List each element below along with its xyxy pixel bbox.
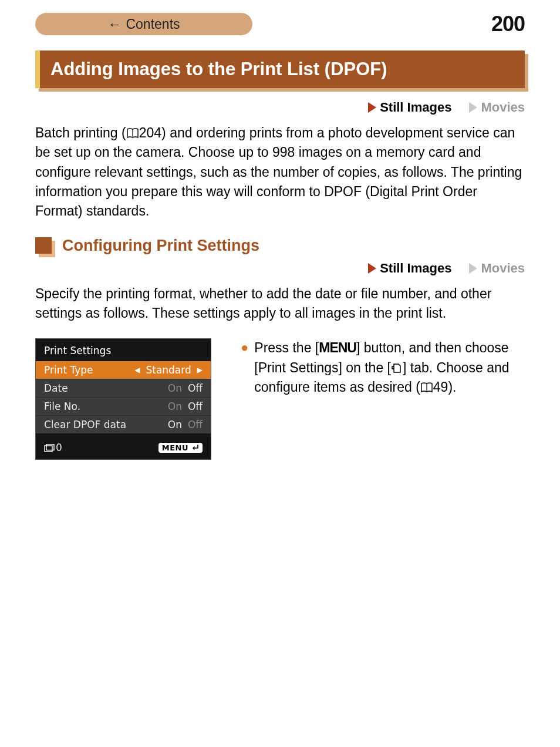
instr-t1: Press the [ bbox=[254, 340, 319, 355]
instruction-text: ● Press the [MENU] button, and then choo… bbox=[241, 338, 525, 397]
svg-rect-2 bbox=[46, 445, 54, 450]
header-row: ← Contents 200 bbox=[35, 12, 525, 36]
instruction-paragraph: Press the [MENU] button, and then choose… bbox=[254, 338, 525, 397]
lcd-row-file-no: File No. On Off bbox=[36, 398, 211, 416]
menu-word: MENU bbox=[319, 340, 356, 355]
camera-lcd-screenshot: Print Settings Print Type ◀ Standard ▶ D… bbox=[35, 338, 211, 460]
lcd-row-off: Off bbox=[188, 382, 203, 394]
back-arrow-icon: ← bbox=[107, 16, 121, 32]
lcd-row-on: On bbox=[168, 401, 182, 412]
book-icon bbox=[126, 128, 139, 139]
play-icon bbox=[469, 102, 477, 113]
lcd-row-date: Date On Off bbox=[36, 379, 211, 398]
bullet-icon: ● bbox=[241, 338, 248, 397]
sub-intro-paragraph: Specify the printing format, whether to … bbox=[35, 284, 525, 324]
right-arrow-icon: ▶ bbox=[197, 366, 203, 374]
tag-still-label: Still Images bbox=[380, 100, 451, 115]
tag-movies-label: Movies bbox=[481, 100, 525, 115]
lcd-row-print-type: Print Type ◀ Standard ▶ bbox=[36, 361, 211, 379]
lcd-row-off: Off bbox=[188, 401, 203, 412]
lcd-row-label: Clear DPOF data bbox=[44, 419, 126, 430]
media-tags-1: Still Images Movies bbox=[35, 100, 525, 115]
section-heading-wrap: Adding Images to the Print List (DPOF) bbox=[35, 51, 525, 88]
play-icon bbox=[469, 263, 477, 274]
lcd-footer: 0 MENU bbox=[36, 433, 211, 459]
svg-rect-1 bbox=[45, 446, 52, 452]
lcd-row-label: Date bbox=[44, 382, 68, 394]
subsection-heading: Configuring Print Settings bbox=[62, 237, 259, 255]
lcd-row-clear-dpof: Clear DPOF data On Off bbox=[36, 416, 211, 433]
tag-movies-label: Movies bbox=[481, 261, 525, 276]
play-icon bbox=[368, 263, 376, 274]
instr-ref[interactable]: 49 bbox=[433, 379, 448, 395]
tag-still-label: Still Images bbox=[380, 261, 451, 276]
page-number: 200 bbox=[491, 12, 525, 36]
intro-ref[interactable]: 204 bbox=[139, 125, 161, 140]
instruction-row: Print Settings Print Type ◀ Standard ▶ D… bbox=[35, 338, 525, 460]
intro-paragraph: Batch printing (204) and ordering prints… bbox=[35, 123, 525, 221]
contents-label: Contents bbox=[126, 16, 180, 32]
print-tab-icon bbox=[391, 362, 403, 374]
lcd-row-label: File No. bbox=[44, 401, 80, 412]
contents-button[interactable]: ← Contents bbox=[35, 13, 252, 35]
intro-text-a: Batch printing ( bbox=[35, 125, 126, 140]
tag-movies: Movies bbox=[469, 261, 525, 276]
return-icon bbox=[191, 444, 199, 451]
instr-t4: ). bbox=[448, 379, 456, 395]
lcd-row-on: On bbox=[168, 382, 182, 394]
heading-square-icon bbox=[35, 237, 52, 254]
menu-label: MENU bbox=[162, 443, 188, 452]
tag-movies: Movies bbox=[469, 100, 525, 115]
tag-still-images: Still Images bbox=[368, 100, 451, 115]
lcd-print-count: 0 bbox=[44, 442, 62, 453]
lcd-count-value: 0 bbox=[56, 442, 62, 453]
lcd-row-off: Off bbox=[188, 419, 203, 430]
section-heading: Adding Images to the Print List (DPOF) bbox=[35, 51, 525, 88]
stack-icon bbox=[44, 444, 56, 452]
lcd-row-label: Print Type bbox=[44, 364, 93, 376]
subsection-heading-row: Configuring Print Settings bbox=[35, 237, 525, 255]
media-tags-2: Still Images Movies bbox=[35, 261, 525, 276]
lcd-row-on: On bbox=[168, 419, 182, 430]
book-icon bbox=[420, 382, 433, 393]
tag-still-images: Still Images bbox=[368, 261, 451, 276]
left-arrow-icon: ◀ bbox=[134, 366, 140, 374]
lcd-title: Print Settings bbox=[36, 339, 211, 361]
play-icon bbox=[368, 102, 376, 113]
lcd-menu-back: MENU bbox=[158, 443, 203, 453]
lcd-row-value: Standard bbox=[146, 364, 191, 376]
